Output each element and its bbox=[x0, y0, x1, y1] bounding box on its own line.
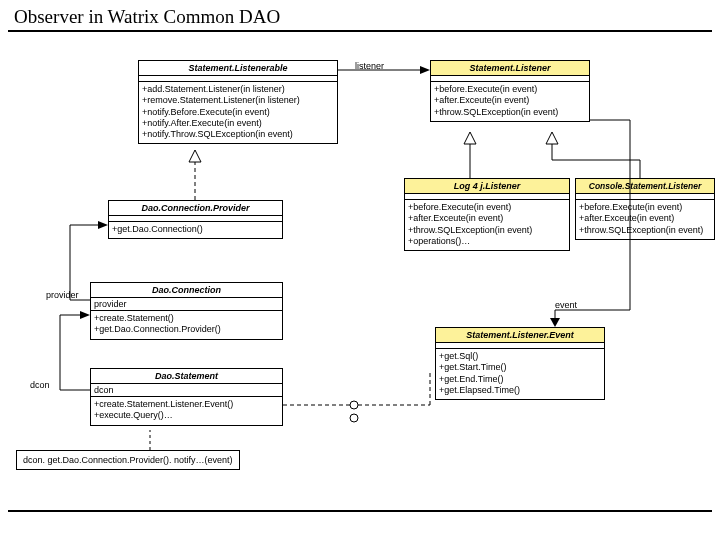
svg-marker-23 bbox=[425, 363, 435, 373]
class-console-listener-title: Console.Statement.Listener bbox=[576, 179, 714, 194]
class-statement-listener: Statement.Listener +before.Execute(in ev… bbox=[430, 60, 590, 122]
role-provider: provider bbox=[46, 290, 79, 300]
svg-marker-28 bbox=[550, 318, 560, 327]
op: +get.Dao.Connection.Provider() bbox=[94, 324, 279, 335]
class-statement-listener-event-ops: +get.Sql() +get.Start.Time() +get.End.Ti… bbox=[436, 349, 604, 399]
op: +throw.SQLException(in event) bbox=[408, 225, 566, 236]
class-dao-statement-attrs: dcon bbox=[91, 384, 282, 397]
svg-marker-1 bbox=[420, 66, 430, 74]
class-dao-connection-attrs: provider bbox=[91, 298, 282, 311]
class-console-listener: Console.Statement.Listener +before.Execu… bbox=[575, 178, 715, 240]
class-connection-provider: Dao.Connection.Provider +get.Dao.Connect… bbox=[108, 200, 283, 239]
op: +notify.Before.Execute(in event) bbox=[142, 107, 334, 118]
svg-marker-7 bbox=[546, 132, 558, 144]
divider-bottom bbox=[8, 510, 712, 512]
role-event: event bbox=[555, 300, 577, 310]
op: +get.Sql() bbox=[439, 351, 601, 362]
svg-point-20 bbox=[350, 414, 358, 422]
class-statement-listener-ops: +before.Execute(in event) +after.Exceute… bbox=[431, 82, 589, 121]
op: +create.Statement() bbox=[94, 313, 279, 324]
op: +before.Execute(in event) bbox=[579, 202, 711, 213]
op: +get.Elapsed.Time() bbox=[439, 385, 601, 396]
svg-marker-9 bbox=[189, 150, 201, 162]
op: +before.Execute(in event) bbox=[434, 84, 586, 95]
svg-marker-13 bbox=[98, 221, 108, 229]
class-dao-connection-ops: +create.Statement() +get.Dao.Connection.… bbox=[91, 311, 282, 339]
op: +before.Execute(in event) bbox=[408, 202, 566, 213]
class-dao-statement-ops: +create.Statement.Listener.Event() +exec… bbox=[91, 397, 282, 425]
role-provider-inner: provider bbox=[91, 298, 282, 310]
op: +throw.SQLException(in event) bbox=[434, 107, 586, 118]
op: +notify.Throw.SQLException(in event) bbox=[142, 129, 334, 140]
class-listenerable-title: Statement.Listenerable bbox=[139, 61, 337, 76]
class-log4j-listener: Log 4 j.Listener +before.Execute(in even… bbox=[404, 178, 570, 251]
assoc-label-listener: listener bbox=[355, 61, 384, 71]
class-dao-connection-title: Dao.Connection bbox=[91, 283, 282, 298]
class-statement-listener-event: Statement.Listener.Event +get.Sql() +get… bbox=[435, 327, 605, 400]
role-dcon-inner: dcon bbox=[91, 384, 282, 396]
class-console-listener-ops: +before.Execute(in event) +after.Exceute… bbox=[576, 200, 714, 239]
class-statement-listener-event-title: Statement.Listener.Event bbox=[436, 328, 604, 343]
op: +remove.Statement.Listener(in listener) bbox=[142, 95, 334, 106]
op: +get.Dao.Connection() bbox=[112, 224, 279, 235]
class-log4j-listener-title: Log 4 j.Listener bbox=[405, 179, 569, 194]
op: +throw.SQLException(in event) bbox=[579, 225, 711, 236]
class-statement-listener-title: Statement.Listener bbox=[431, 61, 589, 76]
class-connection-provider-ops: +get.Dao.Connection() bbox=[109, 222, 282, 238]
op: +execute.Query()… bbox=[94, 410, 279, 421]
class-log4j-listener-ops: +before.Execute(in event) +after.Exceute… bbox=[405, 200, 569, 250]
op: +after.Exceute(in event) bbox=[579, 213, 711, 224]
op: +after.Exceute(in event) bbox=[408, 213, 566, 224]
op: +get.End.Time() bbox=[439, 374, 601, 385]
svg-point-19 bbox=[350, 401, 358, 409]
svg-marker-3 bbox=[464, 132, 476, 144]
page-title: Observer in Watrix Common DAO bbox=[14, 6, 280, 28]
op: +after.Exceute(in event) bbox=[434, 95, 586, 106]
op: +get.Start.Time() bbox=[439, 362, 601, 373]
op: +create.Statement.Listener.Event() bbox=[94, 399, 279, 410]
op: +notify.After.Execute(in event) bbox=[142, 118, 334, 129]
divider-top bbox=[8, 30, 712, 32]
op: +add.Statement.Listener(in listener) bbox=[142, 84, 334, 95]
class-listenerable-ops: +add.Statement.Listener(in listener) +re… bbox=[139, 82, 337, 143]
role-dcon: dcon bbox=[30, 380, 50, 390]
op: +operations()… bbox=[408, 236, 566, 247]
class-dao-connection: Dao.Connection provider +create.Statemen… bbox=[90, 282, 283, 340]
class-dao-statement: Dao.Statement dcon +create.Statement.Lis… bbox=[90, 368, 283, 426]
class-listenerable: Statement.Listenerable +add.Statement.Li… bbox=[138, 60, 338, 144]
note-call-sequence: dcon. get.Dao.Connection.Provider(). not… bbox=[16, 450, 240, 470]
class-connection-provider-title: Dao.Connection.Provider bbox=[109, 201, 282, 216]
svg-marker-17 bbox=[80, 311, 90, 319]
class-dao-statement-title: Dao.Statement bbox=[91, 369, 282, 384]
